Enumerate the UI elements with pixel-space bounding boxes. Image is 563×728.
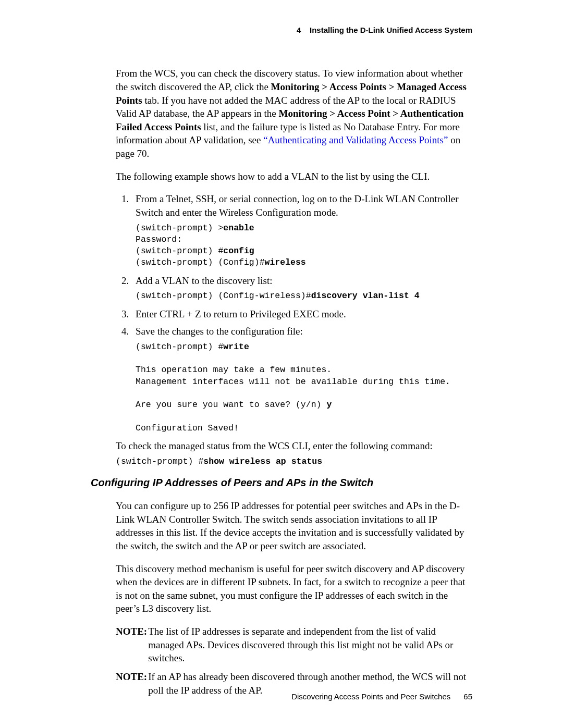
note-label: NOTE: (116, 625, 148, 665)
step-2-text: Add a VLAN to the discovery list: (136, 275, 272, 286)
section-paragraph-1: You can configure up to 256 IP addresses… (116, 499, 472, 553)
step-1: From a Telnet, SSH, or serial connection… (131, 192, 472, 268)
step-2: Add a VLAN to the discovery list: (switc… (131, 274, 472, 302)
step-4: Save the changes to the configuration fi… (131, 325, 472, 434)
step-4-code: (switch-prompt) #write This operation ma… (136, 341, 472, 434)
after-steps-code: (switch-prompt) #show wireless ap status (116, 456, 472, 467)
steps-list: From a Telnet, SSH, or serial connection… (116, 192, 472, 434)
note-label: NOTE: (116, 670, 148, 697)
note-1: NOTE: The list of IP addresses is separa… (116, 625, 472, 665)
step-3-text: Enter CTRL + Z to return to Privileged E… (136, 309, 346, 319)
section-paragraph-2: This discovery method mechanism is usefu… (116, 562, 472, 616)
body-content: From the WCS, you can check the discover… (91, 67, 472, 697)
step-1-text: From a Telnet, SSH, or serial connection… (136, 193, 459, 218)
step-3: Enter CTRL + Z to return to Privileged E… (131, 307, 472, 321)
chapter-title: Installing the D-Link Unified Access Sys… (310, 26, 472, 34)
step-4-text: Save the changes to the configuration fi… (136, 326, 303, 337)
chapter-number: 4 (297, 26, 301, 34)
footer-page-number: 65 (463, 692, 472, 701)
page-footer: Discovering Access Points and Peer Switc… (291, 692, 472, 702)
footer-section: Discovering Access Points and Peer Switc… (291, 692, 450, 701)
intro-paragraph-1: From the WCS, you can check the discover… (116, 67, 472, 160)
note-1-text: The list of IP addresses is separate and… (148, 625, 472, 665)
intro-paragraph-2: The following example shows how to add a… (116, 170, 472, 183)
cross-reference-link[interactable]: “Authenticating and Validating Access Po… (263, 134, 448, 145)
section-heading: Configuring IP Addresses of Peers and AP… (91, 476, 472, 490)
step-1-code: (switch-prompt) >enable Password: (switc… (136, 223, 472, 269)
step-2-code: (switch-prompt) (Config-wireless)#discov… (136, 290, 472, 302)
after-steps-paragraph: To check the managed status from the WCS… (116, 439, 472, 453)
page-header: 4 Installing the D-Link Unified Access S… (91, 25, 472, 35)
